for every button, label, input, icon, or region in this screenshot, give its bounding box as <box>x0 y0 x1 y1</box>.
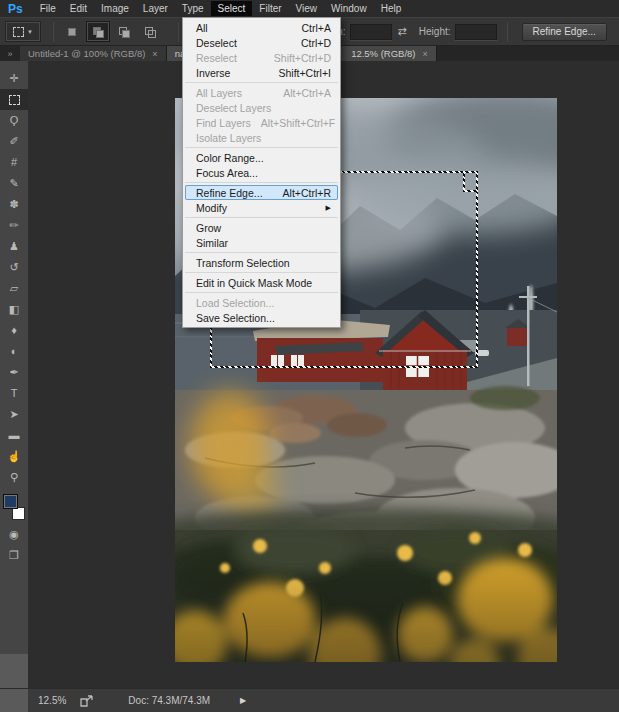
height-input[interactable] <box>455 24 497 40</box>
pen-icon: ✒ <box>9 367 18 378</box>
menu-item-label: Load Selection... <box>196 297 274 309</box>
menu-item-save-selection[interactable]: Save Selection... <box>183 310 340 325</box>
screen-mode-button[interactable]: ❐ <box>0 545 28 566</box>
move-tool[interactable]: ✛ <box>0 68 28 89</box>
quick-mask-mode-button[interactable]: ◉ <box>0 524 28 545</box>
menu-item-label: All <box>196 22 208 34</box>
menu-item-shortcut: Shift+Ctrl+D <box>264 52 331 64</box>
pen-tool[interactable]: ✒ <box>0 362 28 383</box>
lasso-tool[interactable]: Ϙ <box>0 110 28 131</box>
menu-item-label: Save Selection... <box>196 312 275 324</box>
panel-filler <box>0 654 28 688</box>
document-size-readout: Doc: 74.3M/74.3M <box>128 695 210 706</box>
new-selection-icon <box>68 28 76 36</box>
menu-separator <box>185 217 338 218</box>
type-tool[interactable]: T <box>0 383 28 404</box>
swap-width-height-icon[interactable]: ⇄ <box>398 25 407 38</box>
foreground-color-swatch[interactable] <box>3 494 18 509</box>
new-selection-button[interactable] <box>60 21 84 42</box>
zoom-icon: ⚲ <box>10 472 18 483</box>
menu-item-similar[interactable]: Similar <box>183 235 340 250</box>
menu-item-color-range[interactable]: Color Range... <box>183 150 340 165</box>
clone-stamp-tool[interactable]: ♟ <box>0 236 28 257</box>
menu-filter[interactable]: Filter <box>252 1 288 16</box>
menu-type[interactable]: Type <box>175 1 211 16</box>
add-to-selection-button[interactable] <box>86 21 110 42</box>
gradient-icon: ◧ <box>9 304 19 315</box>
menu-item-label: Find Layers <box>196 117 251 129</box>
eraser-icon: ▱ <box>10 283 18 294</box>
menu-item-label: Similar <box>196 237 228 249</box>
tool-preset-dropdown[interactable]: ▼ <box>5 21 41 42</box>
menu-item-all[interactable]: AllCtrl+A <box>183 20 340 35</box>
type-icon: T <box>11 388 18 399</box>
menu-help[interactable]: Help <box>374 1 409 16</box>
menu-item-label: Grow <box>196 222 221 234</box>
path-selection-tool[interactable]: ➤ <box>0 404 28 425</box>
gradient-tool[interactable]: ◧ <box>0 299 28 320</box>
tools-panel: ✛Ϙ✐#✎✽✏♟↺▱◧♦◐✒T➤▬☝⚲ ◉ ❐ <box>0 61 28 688</box>
menu-edit[interactable]: Edit <box>63 1 94 16</box>
rectangular-marquee-icon <box>13 27 24 37</box>
menu-item-edit-in-quick-mask-mode[interactable]: Edit in Quick Mask Mode <box>183 275 340 290</box>
eyedropper-tool[interactable]: ✎ <box>0 173 28 194</box>
menu-bar: Ps FileEditImageLayerTypeSelectFilterVie… <box>0 0 619 17</box>
menu-window[interactable]: Window <box>324 1 374 16</box>
close-icon[interactable]: × <box>152 49 157 59</box>
subtract-from-selection-button[interactable] <box>112 21 136 42</box>
menu-item-inverse[interactable]: InverseShift+Ctrl+I <box>183 65 340 80</box>
lasso-icon: Ϙ <box>10 115 19 126</box>
menu-select[interactable]: Select <box>211 1 253 16</box>
share-export-icon[interactable] <box>80 695 94 707</box>
history-brush-tool[interactable]: ↺ <box>0 257 28 278</box>
hand-tool[interactable]: ☝ <box>0 446 28 467</box>
menu-item-deselect[interactable]: DeselectCtrl+D <box>183 35 340 50</box>
intersect-with-selection-button[interactable] <box>138 21 162 42</box>
quick-selection-tool[interactable]: ✐ <box>0 131 28 152</box>
dodge-tool[interactable]: ◐ <box>0 341 28 362</box>
color-swatches <box>3 494 25 520</box>
divider <box>178 22 179 42</box>
menu-item-shortcut: Alt+Shift+Ctrl+F <box>251 117 335 129</box>
zoom-tool[interactable]: ⚲ <box>0 467 28 488</box>
tab-title: Untitled-1 @ 100% (RGB/8) <box>28 48 145 59</box>
menu-image[interactable]: Image <box>94 1 136 16</box>
panel-corner <box>0 689 28 712</box>
menu-item-transform-selection[interactable]: Transform Selection <box>183 255 340 270</box>
width-input[interactable] <box>350 24 392 40</box>
menu-item-refine-edge[interactable]: Refine Edge...Alt+Ctrl+R <box>185 185 338 200</box>
menu-bar-items: FileEditImageLayerTypeSelectFilterViewWi… <box>33 1 409 16</box>
close-icon[interactable]: × <box>423 49 428 59</box>
blur-tool[interactable]: ♦ <box>0 320 28 341</box>
menu-view[interactable]: View <box>289 1 325 16</box>
menu-item-label: Color Range... <box>196 152 264 164</box>
blur-icon: ♦ <box>11 325 17 336</box>
spot-healing-brush-tool[interactable]: ✽ <box>0 194 28 215</box>
selection-marquee-notch <box>463 171 478 192</box>
menu-layer[interactable]: Layer <box>136 1 175 16</box>
menu-item-focus-area[interactable]: Focus Area... <box>183 165 340 180</box>
zoom-level-field[interactable]: 12.5% <box>38 695 66 706</box>
eraser-tool[interactable]: ▱ <box>0 278 28 299</box>
menu-item-label: Reselect <box>196 52 237 64</box>
status-options-arrow-icon[interactable]: ▶ <box>240 696 246 705</box>
shape-tool[interactable]: ▬ <box>0 425 28 446</box>
tab-overflow-icon[interactable]: » <box>0 46 20 61</box>
history-brush-icon: ↺ <box>9 262 18 273</box>
crop-icon: # <box>11 157 17 168</box>
menu-item-modify[interactable]: Modify▶ <box>183 200 340 215</box>
selection-mode-buttons <box>60 21 162 42</box>
crop-tool[interactable]: # <box>0 152 28 173</box>
quick-mask-icon: ◉ <box>9 529 19 540</box>
height-label: Height: <box>419 26 451 37</box>
menu-item-isolate-layers: Isolate Layers <box>183 130 340 145</box>
select-dropdown-menu: AllCtrl+ADeselectCtrl+DReselectShift+Ctr… <box>182 17 341 328</box>
shape-icon: ▬ <box>9 430 20 441</box>
brush-tool[interactable]: ✏ <box>0 215 28 236</box>
tab-untitled-document[interactable]: Untitled-1 @ 100% (RGB/8) × <box>20 46 167 61</box>
rectangular-marquee-tool[interactable] <box>0 89 28 110</box>
menu-file[interactable]: File <box>33 1 63 16</box>
menu-item-grow[interactable]: Grow <box>183 220 340 235</box>
refine-edge-button[interactable]: Refine Edge... <box>522 23 607 41</box>
tab-title-suffix: 12.5% (RGB/8) <box>351 48 415 59</box>
